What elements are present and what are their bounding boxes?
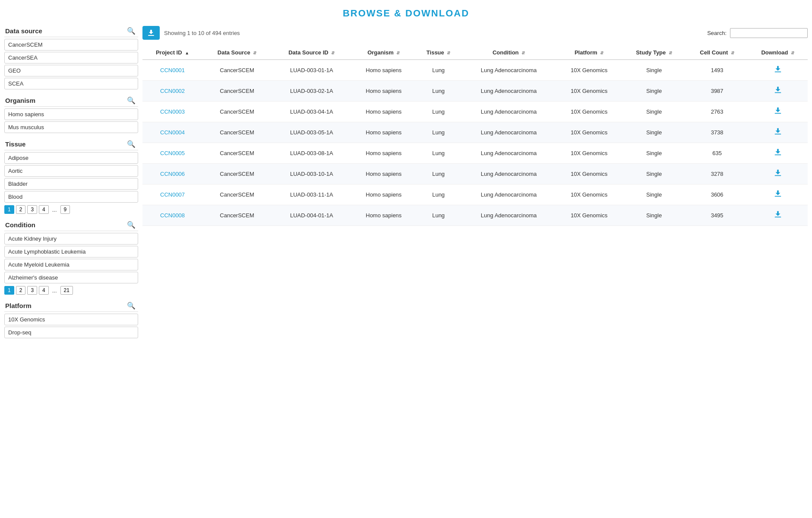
filter-item[interactable]: Blood <box>4 191 138 203</box>
project-link[interactable]: CCN0003 <box>160 108 185 115</box>
sort-icon-study-type: ⇵ <box>669 51 672 55</box>
table-row: CCN0008 CancerSCEM LUAD-004-01-1A Homo s… <box>142 205 808 226</box>
tissue-page-2[interactable]: 2 <box>16 205 26 214</box>
project-link[interactable]: CCN0008 <box>160 212 185 219</box>
search-icon-data-source[interactable]: 🔍 <box>126 27 136 35</box>
filter-item[interactable]: CancerSCEM <box>4 39 138 51</box>
cell-tissue: Lung <box>416 205 461 226</box>
filter-label-tissue: Tissue <box>5 140 25 148</box>
cell-download <box>748 205 808 226</box>
cell-study-type: Single <box>622 143 686 164</box>
cell-data-source-id: LUAD-003-08-1A <box>272 143 352 164</box>
cell-study-type: Single <box>622 205 686 226</box>
cell-condition: Lung Adenocarcinoma <box>461 102 556 122</box>
col-header-data-source[interactable]: Data Source ⇵ <box>202 46 272 60</box>
col-header-condition[interactable]: Condition ⇵ <box>461 46 556 60</box>
cell-data-source: CancerSCEM <box>202 143 272 164</box>
cell-download <box>748 184 808 205</box>
filter-item[interactable]: Adipose <box>4 152 138 164</box>
condition-page-1[interactable]: 1 <box>4 286 14 295</box>
cell-platform: 10X Genomics <box>556 164 622 184</box>
col-header-tissue[interactable]: Tissue ⇵ <box>416 46 461 60</box>
row-download-button[interactable] <box>773 127 783 138</box>
condition-page-3[interactable]: 3 <box>27 286 37 295</box>
col-header-platform[interactable]: Platform ⇵ <box>556 46 622 60</box>
project-link[interactable]: CCN0007 <box>160 191 185 198</box>
project-link[interactable]: CCN0004 <box>160 129 185 136</box>
filter-item[interactable]: Acute Kidney Injury <box>4 233 138 245</box>
filter-item[interactable]: Aortic <box>4 165 138 177</box>
condition-page-4[interactable]: 4 <box>39 286 49 295</box>
search-icon-platform[interactable]: 🔍 <box>126 302 136 310</box>
condition-page-ellipsis: ... <box>51 286 59 295</box>
col-header-organism[interactable]: Organism ⇵ <box>352 46 416 60</box>
col-header-project-id[interactable]: Project ID ▲ <box>142 46 202 60</box>
download-all-button[interactable] <box>142 26 160 40</box>
cell-organism: Homo sapiens <box>352 184 416 205</box>
cell-project-id: CCN0002 <box>142 81 202 102</box>
table-row: CCN0004 CancerSCEM LUAD-003-05-1A Homo s… <box>142 122 808 143</box>
cell-study-type: Single <box>622 102 686 122</box>
cell-data-source-id: LUAD-003-10-1A <box>272 164 352 184</box>
filter-item[interactable]: Acute Myeloid Leukemia <box>4 259 138 270</box>
col-header-data-source-id[interactable]: Data Source ID ⇵ <box>272 46 352 60</box>
project-link[interactable]: CCN0005 <box>160 150 185 156</box>
filter-item[interactable]: Alzheimer's disease <box>4 272 138 283</box>
cell-study-type: Single <box>622 60 686 81</box>
row-download-button[interactable] <box>773 168 783 180</box>
cell-study-type: Single <box>622 122 686 143</box>
cell-data-source-id: LUAD-003-11-1A <box>272 184 352 205</box>
cell-tissue: Lung <box>416 60 461 81</box>
cell-cell-count: 3606 <box>686 184 748 205</box>
tissue-page-4[interactable]: 4 <box>39 205 49 214</box>
filter-item[interactable]: 10X Genomics <box>4 314 138 325</box>
search-icon-tissue[interactable]: 🔍 <box>126 140 136 148</box>
col-header-cell-count[interactable]: Cell Count ⇵ <box>686 46 748 60</box>
filter-item[interactable]: SCEA <box>4 78 138 89</box>
row-download-button[interactable] <box>773 147 783 159</box>
search-icon-organism[interactable]: 🔍 <box>126 96 136 105</box>
cell-platform: 10X Genomics <box>556 205 622 226</box>
filter-item[interactable]: Mus musculus <box>4 121 138 133</box>
cell-condition: Lung Adenocarcinoma <box>461 143 556 164</box>
row-download-button[interactable] <box>773 64 783 76</box>
row-download-button[interactable] <box>773 189 783 200</box>
project-link[interactable]: CCN0002 <box>160 88 185 94</box>
filter-item[interactable]: Bladder <box>4 178 138 190</box>
tissue-page-3[interactable]: 3 <box>27 205 37 214</box>
col-header-study-type[interactable]: Study Type ⇵ <box>622 46 686 60</box>
row-download-button[interactable] <box>773 210 783 221</box>
filter-item[interactable]: Acute Lymphoblastic Leukemia <box>4 246 138 257</box>
project-link[interactable]: CCN0006 <box>160 171 185 177</box>
sidebar: Data source 🔍 CancerSCEM CancerSEA GEO S… <box>4 24 138 343</box>
row-download-button[interactable] <box>773 106 783 118</box>
cell-condition: Lung Adenocarcinoma <box>461 60 556 81</box>
cell-data-source-id: LUAD-003-01-1A <box>272 60 352 81</box>
filter-section-platform: Platform 🔍 10X Genomics Drop-seq <box>4 299 138 338</box>
search-icon-condition[interactable]: 🔍 <box>126 221 136 229</box>
row-download-button[interactable] <box>773 85 783 97</box>
filter-item[interactable]: Drop-seq <box>4 327 138 338</box>
cell-tissue: Lung <box>416 102 461 122</box>
cell-platform: 10X Genomics <box>556 143 622 164</box>
cell-data-source: CancerSCEM <box>202 60 272 81</box>
filter-section-data-source: Data source 🔍 CancerSCEM CancerSEA GEO S… <box>4 24 138 89</box>
sort-icon-organism: ⇵ <box>396 51 400 55</box>
cell-study-type: Single <box>622 81 686 102</box>
cell-platform: 10X Genomics <box>556 60 622 81</box>
filter-item[interactable]: Homo sapiens <box>4 108 138 120</box>
condition-page-21[interactable]: 21 <box>60 286 73 295</box>
col-header-download[interactable]: Download ⇵ <box>748 46 808 60</box>
cell-data-source: CancerSCEM <box>202 184 272 205</box>
cell-data-source: CancerSCEM <box>202 102 272 122</box>
cell-cell-count: 3987 <box>686 81 748 102</box>
filter-item[interactable]: GEO <box>4 65 138 76</box>
condition-page-2[interactable]: 2 <box>16 286 26 295</box>
tissue-page-9[interactable]: 9 <box>60 205 70 214</box>
sort-icon-cell-count: ⇵ <box>731 51 734 55</box>
filter-item[interactable]: CancerSEA <box>4 52 138 64</box>
search-input[interactable] <box>730 28 808 38</box>
tissue-page-ellipsis: ... <box>51 206 59 214</box>
tissue-page-1[interactable]: 1 <box>4 205 14 214</box>
project-link[interactable]: CCN0001 <box>160 67 185 73</box>
